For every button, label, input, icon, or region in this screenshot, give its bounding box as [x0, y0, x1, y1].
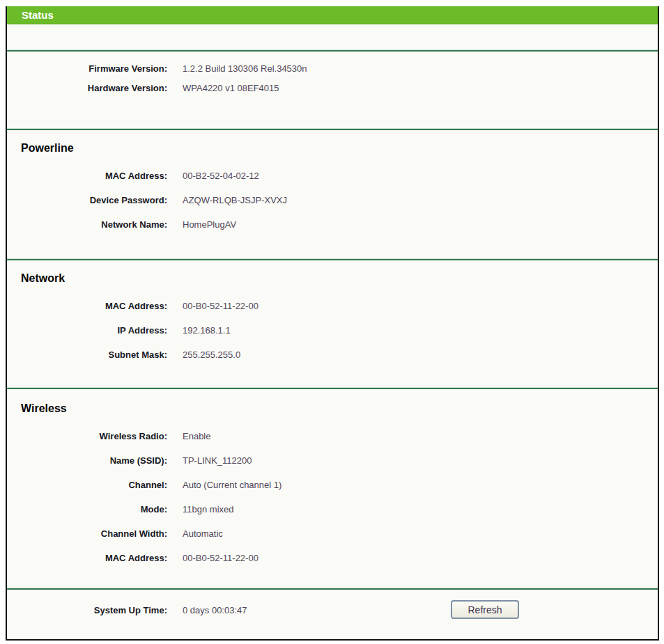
status-panel: Status Firmware Version: 1.2.2 Build 130…: [6, 6, 659, 641]
row-label: Mode:: [7, 504, 167, 515]
firmware-version-row: Firmware Version: 1.2.2 Build 130306 Rel…: [7, 58, 658, 78]
system-up-time-row: System Up Time: 0 days 00:03:47: [7, 600, 658, 620]
mode-row: Mode: 11bgn mixed: [7, 497, 658, 521]
row-label: MAC Address:: [7, 171, 167, 181]
header-gap: [7, 24, 658, 49]
row-label: Wireless Radio:: [7, 431, 167, 441]
row-value: 0 days 00:03:47: [183, 605, 247, 615]
device-password-row: Device Password: AZQW-RLQB-JSJP-XVXJ: [7, 188, 658, 212]
section-wireless: Wireless Wireless Radio: Enable Name (SS…: [7, 389, 658, 588]
row-label: Channel Width:: [7, 528, 167, 539]
row-value: WPA4220 v1 08EF4015: [183, 83, 279, 93]
row-value: Enable: [183, 431, 210, 441]
row-value: 255.255.255.0: [183, 350, 240, 360]
row-value: AZQW-RLQB-JSJP-XVXJ: [183, 195, 287, 205]
row-label: IP Address:: [7, 325, 167, 336]
wireless-mac-row: MAC Address: 00-B0-52-11-22-00: [7, 546, 658, 570]
ssid-row: Name (SSID): TP-LINK_112200: [7, 448, 658, 473]
hardware-version-row: Hardware Version: WPA4220 v1 08EF4015: [7, 78, 658, 97]
subnet-mask-row: Subnet Mask: 255.255.255.0: [7, 343, 658, 367]
row-label: Name (SSID):: [7, 455, 167, 466]
row-value: TP-LINK_112200: [183, 455, 252, 466]
channel-row: Channel: Auto (Current channel 1): [7, 473, 658, 497]
row-label: Channel:: [7, 480, 167, 490]
section-heading-wireless: Wireless: [7, 389, 658, 424]
row-value: 00-B2-52-04-02-12: [183, 171, 259, 181]
row-value: 00-B0-52-11-22-00: [183, 553, 258, 563]
network-name-row: Network Name: HomePlugAV: [7, 212, 658, 237]
row-value: 00-B0-52-11-22-00: [183, 301, 258, 311]
section-powerline: Powerline MAC Address: 00-B2-52-04-02-12…: [7, 130, 658, 258]
channel-width-row: Channel Width: Automatic: [7, 521, 658, 546]
row-value: Auto (Current channel 1): [183, 480, 281, 490]
row-label: Device Password:: [7, 195, 167, 205]
row-label: Subnet Mask:: [7, 350, 167, 360]
row-value: 1.2.2 Build 130306 Rel.34530n: [183, 63, 307, 74]
row-value: Automatic: [183, 528, 223, 539]
row-label: Network Name:: [7, 219, 167, 230]
powerline-mac-row: MAC Address: 00-B2-52-04-02-12: [7, 164, 658, 188]
section-network: Network MAC Address: 00-B0-52-11-22-00 I…: [7, 260, 658, 387]
row-label: MAC Address:: [7, 553, 167, 563]
section-heading-network: Network: [7, 260, 658, 294]
page-title: Status: [7, 6, 658, 24]
row-value: 11bgn mixed: [183, 504, 233, 515]
row-label: Hardware Version:: [7, 83, 167, 93]
row-value: 192.168.1.1: [183, 325, 231, 336]
ip-address-row: IP Address: 192.168.1.1: [7, 318, 658, 343]
section-device-info: Firmware Version: 1.2.2 Build 130306 Rel…: [7, 52, 658, 128]
wireless-radio-row: Wireless Radio: Enable: [7, 424, 658, 448]
row-label: Firmware Version:: [7, 63, 167, 74]
row-value: HomePlugAV: [183, 219, 236, 230]
footer-bar: System Up Time: 0 days 00:03:47 Refresh: [7, 590, 658, 631]
section-heading-powerline: Powerline: [7, 130, 658, 164]
network-mac-row: MAC Address: 00-B0-52-11-22-00: [7, 294, 658, 318]
row-label: System Up Time:: [7, 605, 167, 615]
refresh-button[interactable]: Refresh: [451, 600, 519, 619]
row-label: MAC Address:: [7, 301, 167, 311]
